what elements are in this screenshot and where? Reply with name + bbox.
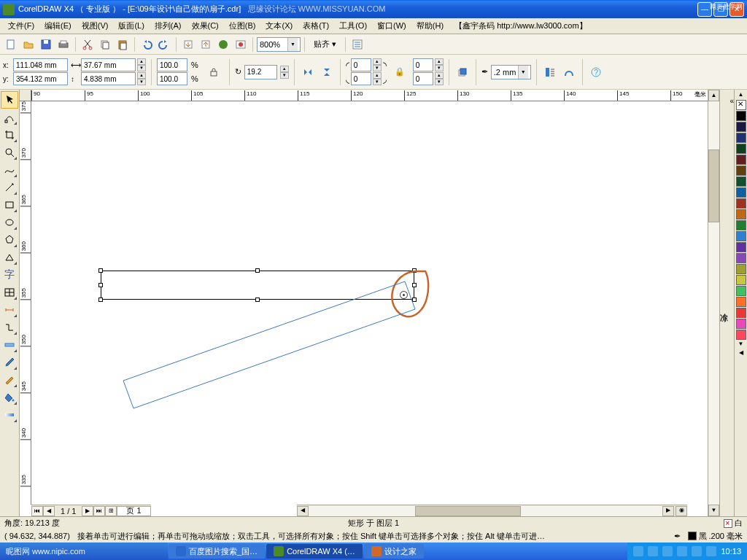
wrap-text-button[interactable] (542, 64, 558, 80)
page-add-button[interactable]: ⊞ (105, 506, 117, 516)
connector-tool[interactable] (1, 319, 18, 336)
undo-button[interactable] (139, 36, 155, 52)
menu-table[interactable]: 表格(T) (298, 19, 334, 33)
page-tab-1[interactable]: 页 1 (117, 506, 150, 516)
welcome-screen-button[interactable] (233, 36, 249, 52)
swatch[interactable] (736, 330, 746, 340)
tray-icon[interactable] (662, 546, 673, 556)
width-field[interactable]: 37.67 mm (81, 58, 136, 71)
corner-tr-field[interactable]: 0 (413, 58, 433, 71)
swatch[interactable] (736, 308, 746, 318)
ruler-horizontal[interactable]: 9095100105110115120125130135140145150毫米 (31, 90, 708, 101)
palette-up-button[interactable]: ▲ (735, 91, 747, 100)
dimension-tool[interactable] (1, 301, 18, 319)
fill-tool[interactable] (1, 389, 18, 406)
eyedropper-tool[interactable] (1, 354, 18, 371)
menu-text[interactable]: 文本(X) (260, 19, 298, 33)
to-front-button[interactable] (454, 64, 471, 80)
pick-tool[interactable] (1, 91, 18, 109)
new-button[interactable] (3, 36, 19, 52)
outline-indicator[interactable] (688, 532, 697, 540)
paste-button[interactable] (115, 36, 131, 52)
outline-pen-status-icon[interactable]: ✒ (674, 532, 681, 541)
sel-handle-bl[interactable] (98, 298, 103, 302)
scale-y-field[interactable]: 100.0 (157, 72, 187, 85)
swatch[interactable] (736, 231, 746, 241)
corner-br-field[interactable]: 0 (413, 72, 433, 85)
sel-handle-ml[interactable] (98, 283, 103, 287)
swatch[interactable] (736, 286, 746, 296)
lock-ratio-button[interactable] (206, 64, 222, 80)
x-field[interactable]: 111.048 mm (13, 58, 68, 71)
interactive-fill-tool[interactable] (1, 406, 18, 424)
taskbar-item-1[interactable]: CorelDRAW X4 (… (266, 544, 363, 559)
tray-icon[interactable] (633, 546, 643, 556)
app-launcher-button[interactable] (215, 36, 231, 52)
swatch[interactable] (736, 198, 746, 209)
v-scrollbar[interactable]: ▲▼ (708, 90, 719, 516)
crop-tool[interactable] (1, 126, 18, 144)
taskbar-item-0[interactable]: 百度图片搜索_国… (169, 544, 265, 559)
save-button[interactable] (38, 36, 54, 52)
shape-tool[interactable] (1, 109, 18, 126)
system-tray[interactable]: 10:13 (627, 542, 747, 560)
swatch[interactable] (736, 220, 746, 230)
page-last-button[interactable]: ⏭ (93, 506, 105, 516)
smart-tool[interactable] (1, 179, 18, 196)
zoom-tool[interactable] (1, 144, 18, 161)
sel-handle-tm[interactable] (255, 268, 260, 273)
swatch[interactable] (736, 209, 746, 219)
cut-button[interactable] (80, 36, 96, 52)
corner-tl-field[interactable]: 0 (351, 58, 371, 71)
page-prev-button[interactable]: ◀ (43, 506, 55, 516)
to-curves-button[interactable] (561, 64, 577, 80)
swatch[interactable] (736, 187, 746, 198)
snap-to-button[interactable]: 贴齐 ▾ (309, 36, 341, 52)
swatch[interactable] (736, 155, 746, 165)
mirror-v-button[interactable] (319, 64, 335, 80)
swatch[interactable] (736, 122, 746, 132)
fill-indicator[interactable]: × (724, 519, 732, 528)
menu-arrange[interactable]: 排列(A) (150, 19, 187, 33)
text-tool[interactable]: 字 (1, 266, 18, 284)
redo-button[interactable] (156, 36, 172, 52)
tray-icon[interactable] (648, 546, 658, 556)
palette-down-button[interactable]: ▼ (735, 341, 747, 349)
export-button[interactable] (198, 36, 214, 52)
zoom-combo[interactable]: 800%▼ (257, 37, 301, 52)
menu-view[interactable]: 视图(V) (77, 19, 114, 33)
docker-tab[interactable]: « 冷冻 (719, 90, 734, 516)
swatch[interactable] (736, 166, 746, 176)
menu-bitmaps[interactable]: 位图(B) (224, 19, 261, 33)
polygon-tool[interactable] (1, 231, 18, 249)
import-button[interactable] (180, 36, 196, 52)
swatch-none[interactable] (736, 100, 746, 110)
swatch[interactable] (736, 264, 746, 274)
nav-popup-button[interactable]: ◉ (676, 506, 687, 516)
mirror-h-button[interactable] (300, 64, 316, 80)
menu-layout[interactable]: 版面(L) (113, 19, 149, 33)
menu-tools[interactable]: 工具(O) (334, 19, 372, 33)
start-area[interactable]: 昵图网 www.nipic.com (0, 542, 168, 560)
ruler-vertical[interactable]: 375370365360355350345340335 (20, 101, 31, 505)
swatch[interactable] (736, 133, 746, 143)
corner-bl-field[interactable]: 0 (351, 72, 371, 85)
clock[interactable]: 10:13 (721, 547, 741, 556)
scale-x-field[interactable]: 100.0 (157, 58, 187, 71)
rectangle-tool[interactable] (1, 196, 18, 214)
ellipse-tool[interactable] (1, 214, 18, 231)
copy-button[interactable] (97, 36, 113, 52)
menu-edit[interactable]: 编辑(E) (39, 19, 77, 33)
options-button[interactable] (349, 36, 365, 52)
menu-file[interactable]: 文件(F) (3, 19, 39, 33)
palette-flyout-button[interactable]: ◀ (735, 349, 747, 358)
taskbar-item-2[interactable]: 设计之家 (364, 544, 424, 559)
corner-lock-button[interactable]: 🔒 (392, 64, 408, 80)
swatch[interactable] (736, 319, 746, 329)
menu-help[interactable]: 帮助(H) (411, 19, 449, 33)
freehand-tool[interactable] (1, 161, 18, 179)
swatch[interactable] (736, 111, 746, 121)
outline-tool[interactable] (1, 371, 18, 389)
sel-handle-tl[interactable] (98, 268, 103, 273)
swatch[interactable] (736, 144, 746, 154)
